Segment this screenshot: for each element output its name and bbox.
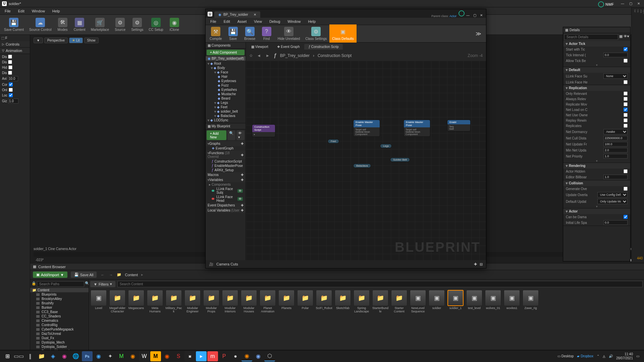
asset-tile[interactable]: 📁SciFi_Robot — [316, 290, 332, 313]
add-camera-cut-icon[interactable]: ✚ — [474, 262, 477, 266]
bp-minimize-button[interactable]: — — [465, 12, 471, 18]
tree-item[interactable]: CyberPunkMegapack — [30, 327, 89, 331]
asset-tile[interactable]: 📁Modular Props — [203, 290, 220, 313]
asset-tile[interactable]: 📁Sketchfab — [334, 290, 351, 313]
node-enable-master-pose-2[interactable]: Enable Master PoseTarget selfSkeletal Me… — [404, 120, 430, 137]
event-dispatchers-section[interactable]: Event Dispatchers✚ — [206, 203, 246, 208]
app-icon-red-s[interactable]: S — [173, 351, 184, 361]
favorite-icon[interactable]: ☆ — [249, 53, 253, 58]
actor-tick-header[interactable]: ▿ Actor Tick — [563, 41, 630, 47]
asset-tile[interactable]: 📁Modular Houses — [240, 290, 257, 313]
task-view-icon[interactable]: ▭▭ — [13, 351, 24, 361]
component-item[interactable]: ◆ Fuzz — [206, 83, 246, 87]
llink-subj-select[interactable]: None — [603, 73, 628, 79]
save-all-button[interactable]: 💾Save All — [71, 272, 97, 278]
perspective-button[interactable]: Perspective — [44, 38, 68, 43]
bp-close-button[interactable]: ✕ — [478, 12, 485, 18]
tree-item[interactable]: ControlRig — [30, 323, 89, 327]
app-icon-blue-d[interactable]: ▸ — [196, 351, 207, 361]
var-node-legs[interactable]: Legs — [380, 144, 392, 148]
marketplace-button[interactable]: 🛒Marketplace — [88, 15, 112, 34]
default-header[interactable]: ▿ Default — [563, 67, 630, 73]
animation-header[interactable]: ▽Animation — [0, 48, 30, 54]
unreal-taskbar-icon[interactable]: ⬡ — [264, 351, 275, 361]
start-button[interactable]: ⊞ — [2, 351, 13, 361]
var-node-belt[interactable]: Soldier Belt — [390, 158, 410, 162]
photoshop-icon[interactable]: Ps — [82, 351, 93, 361]
epic-launcher-icon[interactable]: ▣ — [184, 351, 195, 361]
asset-tile[interactable]: ▣Zawe_rig — [522, 290, 539, 313]
tree-item[interactable]: CC3_Base — [30, 310, 89, 314]
bp-window-tab[interactable]: ◉BP_Trey_soldier✕ — [214, 11, 260, 18]
tree-item[interactable]: Dystopia_Mech — [30, 340, 89, 345]
fn-construction[interactable]: ƒConstructionScript — [206, 159, 246, 164]
eye-icon[interactable]: 👁▾ — [236, 130, 245, 140]
app-icon-m1[interactable]: M — [116, 351, 127, 361]
asset-tile[interactable]: 📁Modular Interiors — [222, 290, 238, 313]
asset-tile[interactable]: ▣wovles1 — [503, 290, 520, 313]
bp-menu-edit[interactable]: Edit — [220, 18, 233, 24]
replicates-checkbox[interactable] — [624, 124, 628, 128]
replicate-movement-checkbox[interactable] — [624, 102, 628, 106]
net-priority-input[interactable] — [603, 154, 628, 159]
min-net-update-input[interactable] — [603, 148, 628, 153]
save-current-button[interactable]: 💾Save Current — [1, 15, 26, 34]
component-item[interactable]: ◆ Mustache — [206, 92, 246, 96]
asset-tile[interactable]: ▣soldier_1 — [447, 290, 464, 313]
breadcrumb-leaf[interactable]: Construction Script — [318, 53, 352, 58]
graph-back-icon[interactable]: ◄ — [256, 53, 262, 59]
maximize-button[interactable]: ▢ — [627, 1, 634, 6]
bp-menu-help[interactable]: Help — [305, 18, 319, 24]
add-component-button[interactable]: + Add Component — [207, 50, 245, 55]
components-subheader[interactable]: ▸ Components — [206, 182, 246, 187]
property-matrix-icon[interactable]: ▦ — [619, 34, 623, 40]
class-settings-button[interactable]: ⚙Class Settings — [303, 24, 329, 43]
asset-tile[interactable]: 📁Planet Animation — [259, 290, 276, 313]
dis-checkbox-3[interactable] — [8, 71, 12, 75]
asset-tile[interactable]: ▣Level — [90, 290, 107, 313]
minimize-button[interactable]: — — [619, 1, 626, 6]
class-defaults-button[interactable]: ▣Class Defaults — [329, 24, 356, 43]
editor-billboard-input[interactable] — [603, 175, 628, 179]
allow-tick-checkbox[interactable] — [624, 59, 628, 63]
obs-icon[interactable]: ● — [230, 351, 241, 361]
substance-icon[interactable]: ◉ — [241, 351, 252, 361]
start-tick-checkbox[interactable] — [624, 47, 628, 51]
net-dormancy-select[interactable]: Awake — [603, 129, 628, 134]
event-graph-item[interactable]: ❖EventGraph — [206, 146, 246, 150]
llink-head-checkbox[interactable] — [624, 80, 628, 84]
asset-tile[interactable]: 📁MegaFolder Character — [109, 290, 126, 313]
tree-item[interactable]: CC_Shaders — [30, 314, 89, 318]
var-node-feet[interactable]: Feet — [328, 139, 339, 143]
lock-icon[interactable]: 🔒 — [32, 281, 36, 287]
add-local-var-icon[interactable]: ✚ — [241, 208, 244, 212]
loc-checkbox[interactable] — [9, 93, 13, 97]
component-item[interactable]: ▿ ◆ Body — [206, 66, 246, 70]
network-icon[interactable]: ◬ — [603, 354, 605, 358]
system-clock[interactable]: 11:40 28/07/2021 — [616, 352, 633, 360]
nav-fwd-icon[interactable]: → — [108, 272, 113, 278]
net-cull-input[interactable] — [603, 136, 628, 140]
update-overlap-select[interactable]: Use Config Default — [597, 192, 628, 197]
component-item[interactable]: ▿ ◆ Root — [206, 61, 246, 66]
viewport-options-button[interactable]: ▼ — [34, 38, 43, 43]
replay-rewind-checkbox[interactable] — [624, 118, 628, 122]
macros-section[interactable]: Macros✚ — [206, 172, 246, 177]
net-load-checkbox[interactable] — [624, 108, 628, 112]
search-paths-input[interactable] — [37, 281, 84, 287]
component-item[interactable]: ▿ ◆ LODSync — [206, 118, 246, 122]
remove-camera-cut-icon[interactable]: ⊟ — [480, 262, 483, 266]
app-icon-w[interactable]: W — [139, 351, 150, 361]
daz-icon[interactable]: ✦ — [105, 351, 115, 361]
actor-section-header[interactable]: ▿ Actor — [563, 208, 630, 214]
var-llink-head[interactable]: LLink Face Head👁 — [206, 195, 246, 203]
find-button[interactable]: ?Find — [258, 24, 275, 43]
menu-window[interactable]: Window — [29, 8, 48, 14]
asset-tile[interactable]: 📁Polar — [297, 290, 314, 313]
asset-tile[interactable]: 📁StarterBundle — [372, 290, 389, 313]
search-content-input[interactable] — [117, 281, 643, 287]
tab-construction-script[interactable]: ƒ Construction Scrip — [304, 44, 342, 50]
marvelous-icon[interactable]: M — [150, 351, 161, 361]
asset-tile[interactable]: 📁Modular Engineer — [184, 290, 201, 313]
tree-item[interactable]: Dystopia_Soldier — [30, 345, 89, 349]
